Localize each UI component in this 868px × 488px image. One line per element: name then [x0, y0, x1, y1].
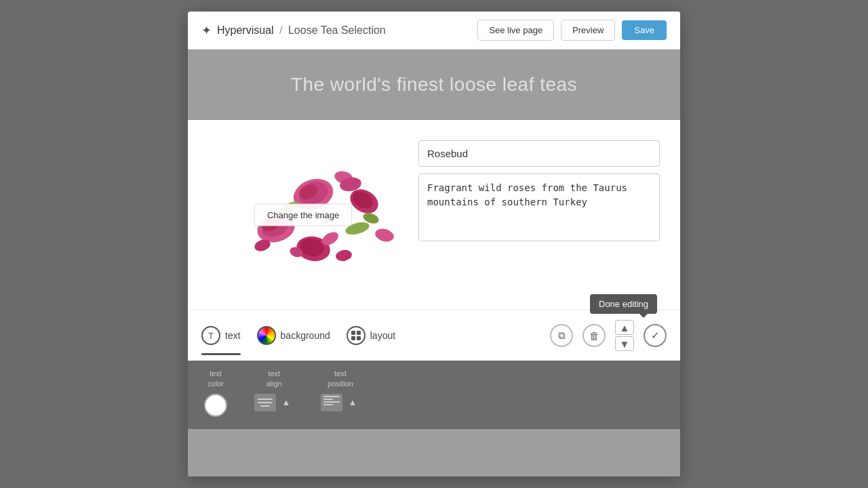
svg-point-19: [374, 227, 395, 244]
done-editing-tooltip: Done editing: [590, 294, 657, 314]
move-down-button[interactable]: ▼: [615, 336, 634, 351]
title-input[interactable]: [418, 140, 660, 167]
rose-image-container: Change the image: [208, 140, 398, 289]
text-color-label: textcolor: [208, 369, 224, 388]
top-bar-left: ✦ Hypervisual / Loose Tea Selection: [201, 23, 386, 38]
toolbar-layout-item[interactable]: layout: [347, 326, 395, 345]
align-left-button[interactable]: [254, 394, 276, 411]
text-align-label: textalign: [266, 369, 281, 388]
toolbar-background-item[interactable]: background: [257, 326, 330, 345]
text-position-group: textposition ▲: [321, 369, 360, 411]
layout-icon: [347, 326, 366, 345]
bottom-gray-area: [188, 429, 680, 476]
layout-grid: [351, 331, 361, 340]
change-image-button[interactable]: Change the image: [254, 204, 352, 226]
text-color-picker[interactable]: [204, 394, 227, 417]
align-line-3: [260, 405, 269, 407]
align-line-1: [258, 399, 273, 400]
save-button[interactable]: Save: [622, 20, 667, 40]
text-align-group: textalign ▲: [254, 369, 294, 411]
top-bar: ✦ Hypervisual / Loose Tea Selection See …: [188, 12, 680, 49]
page-title-area: The world's finest loose leaf teas: [188, 49, 680, 120]
text-icon: T: [201, 326, 220, 345]
text-position-controls: ▲: [321, 394, 360, 411]
layout-cell-2: [357, 331, 361, 335]
page-title: The world's finest loose leaf teas: [201, 74, 667, 96]
trash-icon: 🗑: [589, 330, 599, 342]
content-inner: Change the image: [208, 140, 660, 289]
page-name: Loose Tea Selection: [288, 24, 386, 36]
toolbar-text-item[interactable]: T text: [201, 326, 241, 345]
sub-toolbar: textcolor textalign ▲ textposition: [188, 361, 680, 429]
text-color-group: textcolor: [204, 369, 227, 417]
move-up-button[interactable]: ▲: [615, 320, 634, 335]
brand-name: Hypervisual: [217, 24, 274, 36]
toolbar-left: T text background layout: [201, 326, 395, 345]
align-chevron-up[interactable]: ▲: [279, 395, 294, 410]
pos-line-1: [323, 396, 340, 397]
breadcrumb-separator: /: [279, 24, 282, 36]
text-label: text: [225, 330, 241, 341]
position-chevron-up[interactable]: ▲: [345, 395, 360, 410]
layout-cell-3: [351, 336, 355, 340]
toolbar-area: T text background layout: [188, 310, 680, 361]
pos-line-3: [323, 401, 340, 403]
position-icon-button[interactable]: [321, 394, 342, 411]
layout-cell-1: [351, 331, 355, 335]
breadcrumb: Hypervisual / Loose Tea Selection: [217, 24, 386, 37]
preview-button[interactable]: Preview: [561, 20, 615, 41]
toolbar-right: ⧉ 🗑 ▲ ▼ Done editing ✓: [550, 320, 667, 351]
copy-icon: ⧉: [558, 329, 566, 342]
reorder-buttons: ▲ ▼: [615, 320, 634, 351]
content-area: Change the image: [188, 120, 680, 310]
layout-label: layout: [370, 330, 395, 341]
image-section: Change the image: [208, 140, 398, 289]
background-label: background: [281, 330, 330, 341]
top-bar-right: See live page Preview Save: [477, 20, 667, 41]
copy-button[interactable]: ⧉: [550, 324, 573, 347]
background-icon: [257, 326, 276, 345]
editor-wrapper: ✦ Hypervisual / Loose Tea Selection See …: [188, 12, 680, 476]
pos-line-2: [323, 399, 333, 400]
pos-line-4: [323, 404, 333, 405]
text-position-label: textposition: [328, 369, 353, 388]
confirm-wrapper: Done editing ✓: [644, 324, 667, 347]
done-editing-button[interactable]: ✓: [644, 324, 667, 347]
puzzle-icon: ✦: [201, 23, 212, 38]
delete-button[interactable]: 🗑: [583, 324, 606, 347]
checkmark-icon: ✓: [651, 329, 660, 342]
chevron-down-icon: ▼: [620, 338, 630, 350]
svg-point-16: [335, 249, 353, 262]
chevron-up-icon: ▲: [620, 322, 630, 333]
layout-cell-4: [357, 336, 361, 340]
text-align-controls: ▲: [254, 394, 294, 411]
description-textarea[interactable]: [418, 174, 660, 241]
align-line-2: [258, 402, 273, 403]
see-live-page-button[interactable]: See live page: [477, 20, 554, 41]
form-section: [418, 140, 660, 241]
